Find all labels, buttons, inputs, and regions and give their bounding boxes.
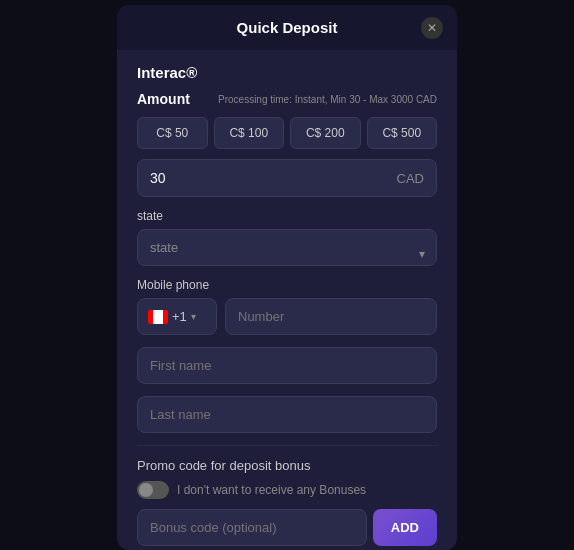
amount-row: Amount Processing time: Instant, Min 30 … — [137, 91, 437, 107]
preset-500[interactable]: C$ 500 — [367, 117, 438, 149]
interac-title: Interac® — [137, 64, 437, 81]
promo-section: Promo code for deposit bonus I don't wan… — [137, 445, 437, 550]
amount-input-row: CAD — [137, 159, 437, 197]
bonus-toggle[interactable] — [137, 481, 169, 499]
phone-input[interactable] — [225, 298, 437, 335]
first-name-input[interactable] — [137, 347, 437, 384]
currency-label: CAD — [385, 160, 436, 196]
chevron-down-icon: ▾ — [191, 311, 196, 322]
modal-body: Interac® Amount Processing time: Instant… — [117, 50, 457, 550]
mobile-label: Mobile phone — [137, 278, 437, 292]
country-code: +1 — [172, 309, 187, 324]
state-label: state — [137, 209, 437, 223]
promo-input-row: ADD — [137, 509, 437, 546]
preset-100[interactable]: C$ 100 — [214, 117, 285, 149]
promo-code-input[interactable] — [137, 509, 367, 546]
toggle-row: I don't want to receive any Bonuses — [137, 481, 437, 499]
amount-label: Amount — [137, 91, 190, 107]
country-select[interactable]: +1 ▾ — [137, 298, 217, 335]
add-promo-button[interactable]: ADD — [373, 509, 437, 546]
modal-header: Quick Deposit ✕ — [117, 5, 457, 50]
preset-amounts: C$ 50 C$ 100 C$ 200 C$ 500 — [137, 117, 437, 149]
quick-deposit-modal: Quick Deposit ✕ Interac® Amount Processi… — [117, 5, 457, 550]
mobile-row: +1 ▾ — [137, 298, 437, 335]
promo-title: Promo code for deposit bonus — [137, 458, 437, 473]
toggle-label: I don't want to receive any Bonuses — [177, 483, 366, 497]
amount-input[interactable] — [138, 160, 385, 196]
state-select[interactable]: state — [137, 229, 437, 266]
last-name-input[interactable] — [137, 396, 437, 433]
canada-flag-icon — [148, 310, 168, 324]
preset-200[interactable]: C$ 200 — [290, 117, 361, 149]
state-select-wrapper: state — [137, 229, 437, 278]
processing-info: Processing time: Instant, Min 30 - Max 3… — [218, 94, 437, 105]
toggle-knob — [139, 483, 153, 497]
overlay: Quick Deposit ✕ Interac® Amount Processi… — [0, 0, 574, 550]
close-button[interactable]: ✕ — [421, 17, 443, 39]
modal-title: Quick Deposit — [237, 19, 338, 36]
preset-50[interactable]: C$ 50 — [137, 117, 208, 149]
